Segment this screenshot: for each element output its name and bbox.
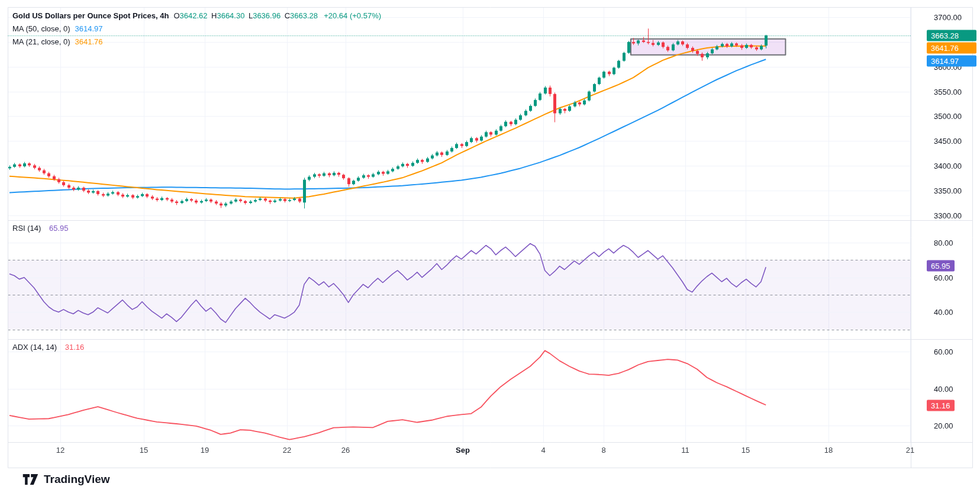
- price-badge: 3641.76: [927, 43, 976, 54]
- price-badge: 3663.28: [927, 30, 976, 41]
- time-tick-label: 15: [742, 446, 750, 455]
- rsi-tick-label: 80.00: [934, 239, 953, 247]
- tradingview-logo-icon: [22, 473, 38, 486]
- time-tick-label: 15: [140, 446, 148, 455]
- time-tick-label: 21: [906, 446, 914, 455]
- ma-legend-row[interactable]: MA (21, close, 0)3641.76: [12, 36, 381, 49]
- ohlc-prefix: O: [173, 11, 179, 20]
- tradingview-chart-page: Gold US Dollars per Ounce Spot Prices, 4…: [0, 0, 980, 496]
- time-tick-label: 8: [601, 446, 605, 455]
- time-tick-label: 18: [824, 446, 833, 455]
- price-badge: 3614.97: [927, 56, 976, 67]
- ohlc-value: 3663.28: [290, 11, 322, 20]
- change-value: +20.64 (+0.57%): [324, 11, 381, 20]
- rsi-value: 65.95: [49, 224, 69, 233]
- chart-canvas[interactable]: [0, 0, 980, 496]
- time-tick-label: 11: [681, 446, 689, 455]
- ohlc-prefix: H: [211, 11, 217, 20]
- ohlc-value: 3636.96: [253, 11, 285, 20]
- ma-legend-rows: MA (50, close, 0)3614.97MA (21, close, 0…: [12, 22, 381, 49]
- ma-legend-row[interactable]: MA (50, close, 0)3614.97: [12, 22, 381, 36]
- rsi-tick-label: 40.00: [934, 308, 953, 317]
- adx-tick-label: 40.00: [934, 384, 953, 393]
- rsi-legend[interactable]: RSI (14) 65.95: [12, 222, 69, 235]
- ohlc-value: 3642.62: [180, 11, 212, 20]
- adx-tick-label: 20.00: [934, 421, 953, 430]
- price-tick-label: 3700.00: [934, 12, 962, 21]
- time-tick-label: 19: [201, 446, 209, 455]
- ohlc-value: 3664.30: [217, 11, 249, 20]
- time-tick-label: 26: [341, 446, 350, 455]
- price-tick-label: 3500.00: [934, 112, 962, 121]
- tradingview-logo-text: TradingView: [44, 473, 110, 486]
- ma-value: 3614.97: [75, 24, 103, 33]
- ma-label: MA (50, close, 0): [12, 24, 70, 33]
- time-tick-label: Sep: [456, 446, 470, 455]
- ma-label: MA (21, close, 0): [12, 37, 70, 46]
- price-tick-label: 3300.00: [934, 211, 962, 220]
- time-tick-label: 12: [56, 446, 65, 455]
- adx-tick-label: 60.00: [934, 347, 953, 356]
- rsi-label: RSI (14): [12, 224, 41, 233]
- ohlc-values: O3642.62 H3664.30 L3636.96 C3663.28: [173, 11, 321, 20]
- ohlc-prefix: C: [285, 11, 290, 20]
- time-tick-label: 22: [283, 446, 291, 455]
- tradingview-logo[interactable]: TradingView: [22, 473, 110, 486]
- price-tick-label: 3350.00: [934, 186, 962, 195]
- adx-label: ADX (14, 14): [12, 343, 57, 352]
- adx-badge: 31.16: [927, 400, 955, 411]
- price-tick-label: 3550.00: [934, 87, 962, 96]
- rsi-tick-label: 60.00: [934, 273, 953, 282]
- rsi-badge: 65.95: [927, 260, 955, 272]
- price-tick-label: 3450.00: [934, 137, 962, 146]
- adx-value: 31.16: [65, 343, 85, 352]
- symbol-title[interactable]: Gold US Dollars per Ounce Spot Prices, 4…: [12, 11, 169, 20]
- ma-value: 3641.76: [75, 37, 103, 46]
- price-tick-label: 3400.00: [934, 162, 962, 170]
- legend-row-symbol: Gold US Dollars per Ounce Spot Prices, 4…: [12, 9, 381, 22]
- time-tick-label: 4: [541, 446, 545, 455]
- main-chart-legend: Gold US Dollars per Ounce Spot Prices, 4…: [12, 9, 381, 49]
- adx-legend[interactable]: ADX (14, 14) 31.16: [12, 341, 84, 354]
